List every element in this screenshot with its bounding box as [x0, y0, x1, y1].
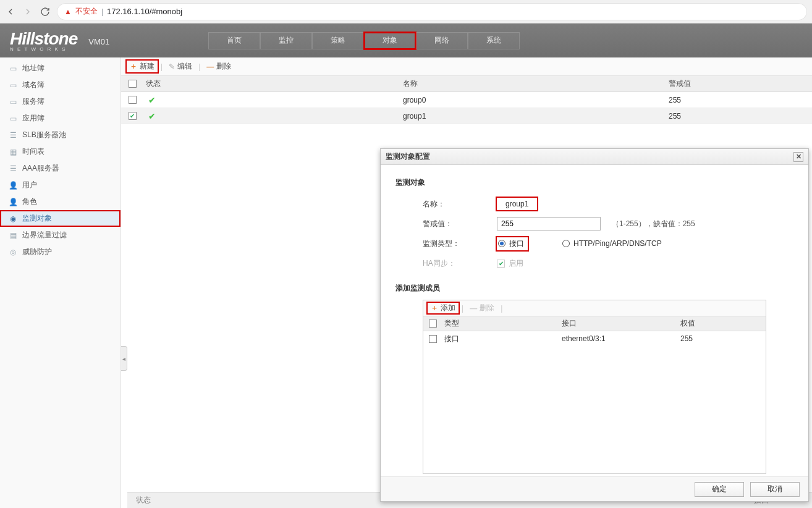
edit-button[interactable]: ✎编辑 [165, 60, 196, 73]
sidebar-item-schedule[interactable]: ▦时间表 [0, 143, 121, 160]
tab-network[interactable]: 网络 [416, 32, 468, 49]
tab-policy[interactable]: 策略 [312, 32, 364, 49]
server-icon: ☰ [9, 164, 17, 173]
sidebar-item-domainbook[interactable]: ▭域名簿 [0, 77, 121, 93]
sidebar-item-aaa[interactable]: ☰AAA服务器 [0, 160, 121, 177]
delete-label: 删除 [216, 61, 231, 72]
delete-button[interactable]: —删除 [203, 60, 235, 73]
cancel-button[interactable]: 取消 [750, 482, 800, 497]
book-icon: ▭ [9, 98, 17, 106]
warn-input[interactable] [497, 217, 601, 231]
member-iface: ethernet0/3:1 [562, 334, 680, 343]
plus-icon: ＋ [431, 303, 438, 313]
forward-button[interactable] [22, 6, 33, 17]
name-label: 名称： [423, 199, 497, 210]
member-del-label: 删除 [480, 303, 494, 313]
radio-dot-icon [562, 240, 570, 247]
sidebar-item-servicebook[interactable]: ▭服务簿 [0, 93, 121, 110]
member-add-button[interactable]: ＋添加 [427, 302, 459, 314]
user-icon: 👤 [9, 181, 17, 190]
mhead-weight: 权值 [680, 318, 766, 329]
address-separator: | [101, 7, 103, 16]
tab-home[interactable]: 首页 [208, 32, 260, 49]
sidebar-item-slb[interactable]: ☰SLB服务器池 [0, 127, 121, 143]
address-bar[interactable]: ▲ 不安全 | 172.16.1.10/#monobj [57, 3, 807, 20]
browser-toolbar: ▲ 不安全 | 172.16.1.10/#monobj [0, 0, 812, 23]
member-row[interactable]: 接口 ethernet0/3:1 255 [423, 331, 766, 346]
sidebar-item-monitor-object[interactable]: ◉监测对象 [0, 210, 121, 227]
toolbar-sep: | [501, 304, 502, 313]
sidebar-collapse-handle[interactable]: ◂ [121, 346, 127, 371]
col-status: 状态 [143, 78, 403, 89]
row-warn: 255 [669, 112, 812, 121]
vm-name: VM01 [88, 37, 109, 46]
toolbar-sep: | [161, 62, 163, 71]
app-header: Hillstone N E T W O R K S VM01 首页 监控 策略 … [0, 23, 812, 57]
back-button[interactable] [5, 6, 16, 17]
reload-button[interactable] [40, 6, 51, 17]
sidebar-item-label: 地址簿 [22, 63, 44, 74]
dialog-close-button[interactable]: ✕ [793, 152, 803, 162]
radio-interface[interactable]: 接口 [497, 237, 528, 250]
section-monitor-object: 监测对象 [395, 177, 793, 188]
logo-text: Hillstone [10, 29, 77, 48]
sidebar-item-threat[interactable]: ◎威胁防护 [0, 243, 121, 260]
checkbox-icon [497, 260, 505, 268]
radio-label: 接口 [509, 239, 524, 249]
radio-dot-icon [498, 240, 505, 247]
radio-http-ping[interactable]: HTTP/Ping/ARP/DNS/TCP [562, 239, 662, 248]
member-del-button[interactable]: —删除 [466, 302, 498, 314]
sidebar-item-label: 监测对象 [22, 213, 52, 224]
tab-system[interactable]: 系统 [468, 32, 520, 49]
pencil-icon: ✎ [169, 62, 175, 71]
book-icon: ▭ [9, 114, 17, 123]
member-weight: 255 [680, 334, 766, 343]
member-select-all[interactable] [429, 320, 437, 328]
row-checkbox[interactable] [129, 96, 137, 104]
row-name: group0 [403, 96, 669, 104]
sidebar-item-users[interactable]: 👤用户 [0, 177, 121, 193]
plus-icon: ＋ [130, 61, 137, 72]
sidebar-item-label: 域名簿 [22, 80, 44, 90]
sidebar-item-label: AAA服务器 [22, 163, 59, 174]
minus-icon: — [470, 304, 477, 313]
row-checkbox[interactable] [129, 112, 137, 120]
select-all-checkbox[interactable] [129, 80, 137, 88]
sidebar-item-label: 应用簿 [22, 113, 44, 124]
sidebar-item-appbook[interactable]: ▭应用簿 [0, 110, 121, 127]
minus-icon: — [206, 62, 214, 71]
member-toolbar: ＋添加 | —删除 | [423, 300, 766, 316]
dialog-title: 监测对象配置 [386, 151, 430, 162]
member-add-label: 添加 [441, 303, 455, 313]
filter-icon: ▤ [9, 231, 17, 240]
dialog-footer: 确定 取消 [381, 476, 808, 501]
sidebar-item-boundary[interactable]: ▤边界流量过滤 [0, 227, 121, 243]
sidebar-item-roles[interactable]: 👤角色 [0, 193, 121, 210]
new-label: 新建 [140, 61, 154, 72]
tab-monitor[interactable]: 监控 [260, 32, 312, 49]
row-name: group1 [403, 112, 669, 121]
content-toolbar: ＋新建 | ✎编辑 | —删除 [121, 57, 812, 76]
member-row-checkbox[interactable] [429, 335, 437, 343]
toolbar-sep: | [462, 304, 463, 313]
dialog-titlebar[interactable]: 监测对象配置 ✕ [381, 149, 808, 165]
table-row[interactable]: ✔ group1 255 [121, 108, 812, 124]
member-header: 类型 接口 权值 [423, 316, 766, 331]
new-button[interactable]: ＋新建 [126, 60, 158, 73]
radio-label: HTTP/Ping/ARP/DNS/TCP [573, 239, 662, 248]
member-type: 接口 [442, 334, 562, 344]
table-row[interactable]: ✔ group0 255 [121, 92, 812, 108]
book-icon: ▭ [9, 64, 17, 73]
name-value: group1 [497, 198, 537, 210]
ok-button[interactable]: 确定 [695, 482, 744, 497]
sidebar: ▭地址簿 ▭域名簿 ▭服务簿 ▭应用簿 ☰SLB服务器池 ▦时间表 ☰AAA服务… [0, 57, 121, 508]
mhead-type: 类型 [442, 318, 562, 329]
tab-object[interactable]: 对象 [364, 32, 416, 49]
sidebar-item-addressbook[interactable]: ▭地址簿 [0, 60, 121, 77]
row-warn: 255 [669, 96, 812, 104]
grid-header: 状态 名称 警戒值 [121, 76, 812, 92]
edit-label: 编辑 [177, 61, 192, 72]
calendar-icon: ▦ [9, 148, 17, 156]
insecure-label: 不安全 [75, 6, 98, 17]
dialog-body: 监测对象 名称： group1 警戒值： （1-255），缺省值：255 监测类… [381, 165, 808, 476]
